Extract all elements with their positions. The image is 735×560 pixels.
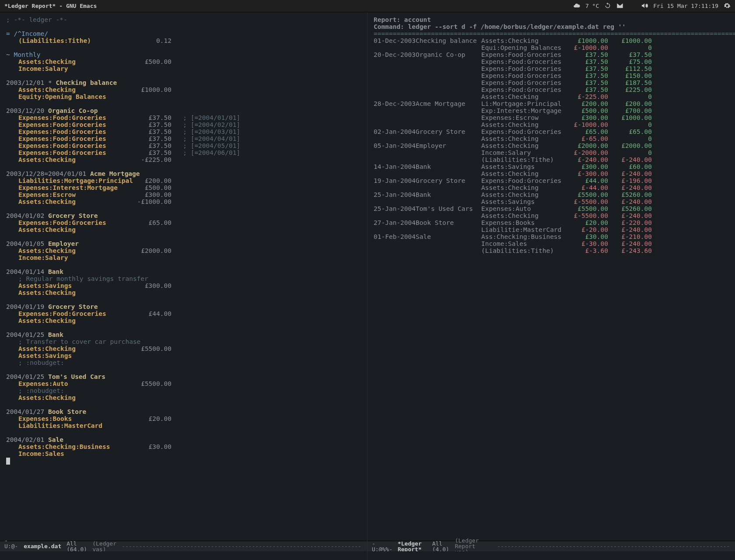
- source-line: 2003/12/28=2004/01/01 Acme Mortgage: [6, 171, 361, 178]
- source-line: Expenses:Food:Groceries£37.50 ; [=2004/0…: [6, 115, 361, 122]
- report-row: Expens:Food:Groceries£37.50£112.50: [374, 66, 729, 73]
- source-line: [6, 325, 361, 332]
- source-line: Liabilities:Mortgage:Principal£200.00: [6, 178, 361, 185]
- mail-icon[interactable]: [616, 2, 623, 10]
- modeline-buffer-name: example.dat: [24, 543, 61, 549]
- source-line: Expenses:Food:Groceries£37.50 ; [=2004/0…: [6, 129, 361, 136]
- minibuffer[interactable]: [0, 551, 367, 560]
- source-line: [6, 73, 361, 80]
- source-line: [6, 24, 361, 31]
- source-line: Expenses:Food:Groceries£37.50 ; [=2004/0…: [6, 122, 361, 129]
- source-line: [6, 458, 361, 465]
- source-line: ; Regular monthly savings transfer: [6, 276, 361, 283]
- source-line: Expenses:Interest:Mortgage£500.00: [6, 185, 361, 192]
- report-row: Assets:Checking£-5500.00£-240.00: [374, 213, 729, 220]
- source-line: Assets:Checking: [6, 290, 361, 297]
- source-line: [6, 430, 361, 437]
- report-row: 28-Dec-2003Acme MortgageLi:Mortgage:Prin…: [374, 101, 729, 108]
- source-line: Assets:Checking£5500.00: [6, 346, 361, 353]
- report-separator: ========================================…: [374, 31, 729, 38]
- report-row: Expens:Food:Groceries£37.50£75.00: [374, 59, 729, 66]
- source-line: [6, 164, 361, 171]
- source-line: ~ Monthly: [6, 52, 361, 59]
- report-row: 02-Jan-2004Grocery StoreExpens:Food:Groc…: [374, 129, 729, 136]
- refresh-icon[interactable]: [604, 2, 611, 10]
- report-row: Expenses:Escrow£300.00£1000.00: [374, 115, 729, 122]
- report-row: 25-Jan-2004BankAssets:Checking£5500.00£5…: [374, 192, 729, 199]
- source-line: Expenses:Food:Groceries£37.50 ; [=2004/0…: [6, 143, 361, 150]
- source-line: [6, 402, 361, 409]
- source-line: Assets:Savings£300.00: [6, 283, 361, 290]
- source-line: [6, 297, 361, 304]
- report-row: Expens:Food:Groceries£37.50£187.50: [374, 80, 729, 87]
- ledger-source-buffer[interactable]: ; -*- ledger -*- = /^Income/(Liabilities…: [0, 12, 367, 541]
- source-line: Income:Salary: [6, 66, 361, 73]
- source-line: [6, 367, 361, 374]
- source-line: Assets:Savings: [6, 353, 361, 360]
- settings-gear-icon[interactable]: [724, 2, 731, 10]
- source-line: 2004/01/05 Employer: [6, 241, 361, 248]
- editor-workspace: ; -*- ledger -*- = /^Income/(Liabilities…: [0, 12, 735, 560]
- source-line: Assets:Checking£500.00: [6, 59, 361, 66]
- modeline-filler: ----------------------------------------…: [122, 543, 363, 549]
- report-row: Income:Salary£-2000.000: [374, 150, 729, 157]
- source-line: 2004/01/25 Bank: [6, 332, 361, 339]
- ledger-report-buffer[interactable]: Report: accountCommand: ledger --sort d …: [368, 12, 735, 541]
- report-row: Expens:Food:Groceries£37.50£150.00: [374, 73, 729, 80]
- source-line: 2003/12/20 Organic Co-op: [6, 108, 361, 115]
- report-row: 25-Jan-2004Tom's Used CarsExpenses:Auto£…: [374, 206, 729, 213]
- report-row: 20-Dec-2003Organic Co-opExpens:Food:Groc…: [374, 52, 729, 59]
- report-row: Assets:Checking£-44.00£-240.00: [374, 185, 729, 192]
- report-row: Assets:Savings£-5500.00£-240.00: [374, 199, 729, 206]
- left-pane: ; -*- ledger -*- = /^Income/(Liabilities…: [0, 12, 368, 560]
- source-line: = /^Income/: [6, 31, 361, 38]
- source-line: Assets:Checking:Business£30.00: [6, 444, 361, 451]
- report-row: Expens:Food:Groceries£37.50£225.00: [374, 87, 729, 94]
- source-line: Assets:Checking: [6, 318, 361, 325]
- source-line: Assets:Checking-£1000.00: [6, 199, 361, 206]
- weather-temp: 7 °C: [585, 3, 599, 9]
- report-row: 14-Jan-2004BankAssets:Savings£300.00£60.…: [374, 164, 729, 171]
- topbar: *Ledger Report* - GNU Emacs 7 °C Fri 15 …: [0, 0, 735, 12]
- system-tray: 7 °C Fri 15 Mar 17:11:19: [573, 2, 731, 10]
- source-line: 2004/01/27 Book Store: [6, 409, 361, 416]
- source-line: ; -*- ledger -*-: [6, 17, 361, 24]
- right-pane: Report: accountCommand: ledger --sort d …: [368, 12, 735, 560]
- volume-icon[interactable]: [641, 2, 648, 10]
- source-line: (Liabilities:Tithe)0.12: [6, 38, 361, 45]
- report-row: (Liabilities:Tithe)£-3.60£-243.60: [374, 248, 729, 255]
- source-line: Expenses:Escrow£300.00: [6, 192, 361, 199]
- report-row: 01-Dec-2003Checking balanceAssets:Checki…: [374, 38, 729, 45]
- source-line: Assets:Checking-£225.00: [6, 157, 361, 164]
- source-line: Equity:Opening Balances: [6, 94, 361, 101]
- modeline-location: All (64,0): [66, 541, 87, 552]
- right-modeline: -U:@%%- *Ledger Report* All (4,0) (Ledge…: [368, 541, 735, 551]
- report-row: Liabilitie:MasterCard£-20.00£-240.00: [374, 227, 729, 234]
- window-title: *Ledger Report* - GNU Emacs: [4, 3, 97, 9]
- source-line: 2004/01/14 Bank: [6, 269, 361, 276]
- source-line: ; Transfer to cover car purchase: [6, 339, 361, 346]
- report-row: 19-Jan-2004Grocery StoreExpens:Food:Groc…: [374, 178, 729, 185]
- source-line: 2004/01/19 Grocery Store: [6, 304, 361, 311]
- source-line: Expenses:Food:Groceries£65.00: [6, 220, 361, 227]
- modeline-buffer-name: *Ledger Report*: [398, 541, 427, 552]
- report-title: Report: account: [374, 17, 729, 24]
- source-line: Expenses:Food:Groceries£37.50 ; [=2004/0…: [6, 150, 361, 157]
- network-icon[interactable]: [629, 2, 636, 10]
- report-row: (Liabilities:Tithe)£-240.00£-240.00: [374, 157, 729, 164]
- cursor: [6, 458, 10, 465]
- report-command: Command: ledger --sort d -f /home/borbus…: [374, 24, 729, 31]
- cloud-icon: [573, 2, 580, 10]
- source-line: [6, 206, 361, 213]
- source-line: Expenses:Food:Groceries£37.50 ; [=2004/0…: [6, 136, 361, 143]
- report-row: Assets:Checking£-65.000: [374, 136, 729, 143]
- minibuffer-right: [368, 551, 735, 560]
- report-row: Assets:Checking£-300.00£-240.00: [374, 171, 729, 178]
- source-line: Liabilities:MasterCard: [6, 423, 361, 430]
- source-line: Assets:Checking£2000.00: [6, 248, 361, 255]
- report-row: Income:Sales£-30.00£-240.00: [374, 241, 729, 248]
- source-line: [6, 262, 361, 269]
- source-line: Expenses:Auto£5500.00: [6, 381, 361, 388]
- source-line: Expenses:Food:Groceries£44.00: [6, 311, 361, 318]
- modeline-mode: (Ledger yas): [92, 541, 116, 552]
